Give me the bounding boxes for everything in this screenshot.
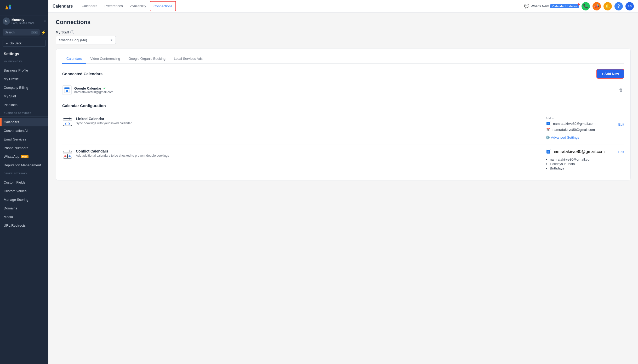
sidebar-item-calendars[interactable]: Calendars [0, 118, 48, 126]
user-avatar-button[interactable]: SB [625, 2, 634, 10]
sidebar-item-my-profile[interactable]: My Profile [0, 75, 48, 83]
conflict-calendars-title: Conflict Calendars [76, 149, 169, 153]
sidebar-item-conversation-ai[interactable]: Conversation AI [0, 126, 48, 135]
sidebar-item-my-staff[interactable]: My Staff [0, 92, 48, 101]
my-business-section-label: MY BUSINESS [0, 57, 48, 64]
inner-tabs: Calendars Video Conferencing Google Orga… [62, 54, 624, 64]
conflict-calendars-info: Conflict Calendars Add additional calend… [76, 149, 169, 157]
google-calendar-email: namratakirve80@gmail.com [74, 90, 113, 94]
add-new-button[interactable]: + Add New [596, 69, 624, 79]
svg-marker-0 [5, 5, 8, 9]
inner-tab-google-organic[interactable]: Google Organic Booking [124, 54, 170, 64]
sidebar: M Munchly Paris, Ile-de-France ▾ Search … [0, 0, 48, 364]
business-services-section-label: BUSINESS SERVICES [0, 109, 48, 115]
connected-calendars-title: Connected Calendars [62, 72, 102, 76]
google-calendar-name: Google Calendar ✓ [74, 86, 113, 90]
search-placeholder: Search [5, 31, 15, 34]
account-selector[interactable]: M Munchly Paris, Ile-de-France ▾ [0, 15, 48, 27]
topbar: Calendars Calendars Preferences Availabi… [48, 0, 638, 13]
phone-icon-button[interactable]: 📞 [582, 2, 590, 10]
delete-calendar-button[interactable]: 🗑 [618, 87, 624, 93]
tab-preferences[interactable]: Preferences [101, 0, 127, 12]
linked-email1: namratakirve80@gmail.com [553, 122, 595, 126]
svg-rect-9 [63, 120, 72, 121]
megaphone-icon-button[interactable]: 📣 [593, 2, 601, 10]
sidebar-item-business-profile[interactable]: Business Profile [0, 66, 48, 75]
sidebar-item-label: Manage Scoring [4, 198, 29, 202]
svg-text:31: 31 [548, 151, 549, 153]
inner-tab-calendars[interactable]: Calendars [62, 54, 86, 64]
sidebar-item-label: Business Profile [4, 68, 28, 72]
bell-icon-button[interactable]: 🔔 [603, 2, 612, 10]
add-to-label: Add to [546, 117, 595, 120]
linked-email2: namratakirve80@gmail.com [552, 128, 595, 132]
search-box[interactable]: Search ⌘K [3, 29, 40, 36]
go-back-button[interactable]: ← Go Back [3, 40, 46, 47]
svg-rect-15 [63, 152, 72, 154]
conflict-list-item: Birthdays [550, 166, 592, 170]
tab-calendars[interactable]: Calendars [78, 0, 101, 12]
my-staff-section: My Staff i Swadha Bhoj (Me) ▾ [56, 30, 631, 44]
staff-dropdown[interactable]: Swadha Bhoj (Me) ▾ [56, 36, 116, 44]
conflict-calendars-edit-button[interactable]: Edit [618, 150, 624, 154]
sidebar-item-custom-fields[interactable]: Custom Fields [0, 178, 48, 187]
sidebar-item-domains[interactable]: Domains [0, 204, 48, 213]
svg-point-18 [64, 155, 66, 157]
sidebar-item-url-redirects[interactable]: URL Redirects [0, 221, 48, 230]
advanced-settings-label: Advanced Settings [551, 136, 579, 139]
inner-tab-local-services[interactable]: Local Services Ads [170, 54, 207, 64]
sidebar-item-media[interactable]: Media [0, 213, 48, 221]
staff-selected-value: Swadha Bhoj (Me) [59, 38, 87, 42]
connections-card: Calendars Video Conferencing Google Orga… [56, 49, 631, 180]
conflict-calendars-right: 31 namratakirve80@gmail.com Edit namrata… [546, 149, 624, 170]
google-calendar-item: 31 Google Calendar ✓ namratakirve80@gmai… [62, 82, 624, 98]
conflict-header-email: 31 namratakirve80@gmail.com [546, 149, 605, 154]
calendar-item-left: 31 Google Calendar ✓ namratakirve80@gmai… [62, 85, 113, 95]
page-title: Calendars [53, 4, 73, 9]
account-info: Munchly Paris, Ile-de-France [12, 18, 43, 25]
sidebar-item-manage-scoring[interactable]: Manage Scoring [0, 195, 48, 204]
content-area: Connections My Staff i Swadha Bhoj (Me) … [48, 13, 638, 364]
chevron-down-icon: ▾ [111, 38, 112, 42]
linked-calendar-email2-row: 📅 namratakirve80@gmail.com [546, 127, 595, 132]
conflict-calendars-left: Conflict Calendars Add additional calend… [62, 149, 546, 160]
whats-new-button[interactable]: 💬 What's New Calendar Updates [524, 4, 579, 9]
lightning-icon[interactable]: ⚡ [41, 30, 46, 34]
sidebar-item-phone-numbers[interactable]: Phone Numbers [0, 144, 48, 152]
account-name: Munchly [12, 18, 43, 22]
calendar-info: Google Calendar ✓ namratakirve80@gmail.c… [74, 86, 113, 94]
conflict-calendar-icon [62, 149, 73, 160]
inner-tab-video-conferencing[interactable]: Video Conferencing [86, 54, 124, 64]
advanced-settings-button[interactable]: ⚙️ Advanced Settings [546, 136, 579, 139]
logo-area [0, 0, 48, 15]
tab-availability[interactable]: Availability [127, 0, 150, 12]
sidebar-item-label: My Staff [4, 94, 16, 98]
sidebar-item-label: URL Redirects [4, 224, 26, 227]
linked-calendar-emails: Add to 31 namratakirve80@gmail.com [546, 117, 595, 132]
sidebar-item-label: Calendars [4, 120, 19, 124]
conflict-calendars-row: Conflict Calendars Add additional calend… [62, 144, 624, 175]
other-settings-section-label: OTHER SETTINGS [0, 169, 48, 176]
info-icon: i [70, 30, 74, 34]
sidebar-item-email-services[interactable]: Email Services [0, 135, 48, 144]
sidebar-item-label: Company Billing [4, 86, 28, 90]
sidebar-item-company-billing[interactable]: Company Billing [0, 83, 48, 92]
sidebar-item-reputation-management[interactable]: Reputation Management [0, 161, 48, 169]
main-area: Calendars Calendars Preferences Availabi… [48, 0, 638, 364]
linked-calendar-icon [62, 117, 73, 127]
sidebar-item-custom-values[interactable]: Custom Values [0, 187, 48, 195]
check-icon: ✓ [103, 86, 106, 90]
search-area: Search ⌘K ⚡ [0, 27, 48, 38]
sidebar-item-label: My Profile [4, 77, 19, 81]
sidebar-item-label: Custom Values [4, 189, 26, 193]
sidebar-item-whatsapp[interactable]: WhatsApp beta [0, 152, 48, 161]
sidebar-item-pipelines[interactable]: Pipelines [0, 101, 48, 109]
svg-marker-2 [8, 4, 12, 6]
account-location: Paris, Ile-de-France [12, 22, 43, 25]
conflict-header-email-text: namratakirve80@gmail.com [552, 149, 605, 154]
linked-calendar-edit-button[interactable]: Edit [618, 122, 624, 126]
sidebar-item-label: Domains [4, 206, 17, 210]
tab-connections[interactable]: Connections [150, 1, 176, 11]
conflict-list-item: Holidays in India [550, 162, 592, 166]
help-icon-button[interactable]: ? [614, 2, 623, 10]
